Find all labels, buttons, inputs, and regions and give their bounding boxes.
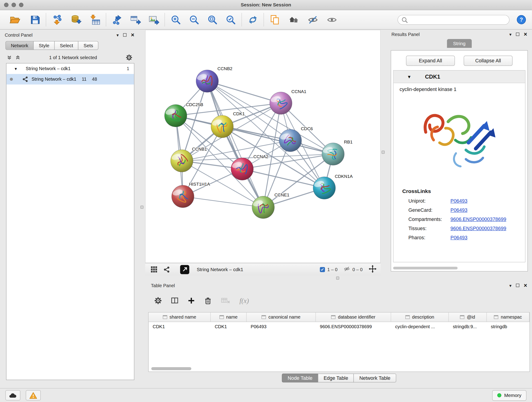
import-table-button[interactable] [87,12,103,27]
show-welcome-screen-button[interactable] [286,12,302,27]
tab-style[interactable]: Style [33,41,55,50]
column-header-shared-name[interactable]: shared name [148,313,210,322]
tab-select[interactable]: Select [55,41,79,50]
expand-all-icon[interactable] [15,55,20,60]
network-canvas[interactable]: CCNB2CCNA1CDC25BCDK1CDC6RB1CCNB1CCNA2CDK… [146,30,380,263]
expand-all-button[interactable]: Expand All [406,56,455,66]
import-network-from-database-button[interactable] [68,12,84,27]
cloud-status-button[interactable] [6,390,20,400]
crosslink-link[interactable]: P06493 [450,207,467,213]
network-node-CCNA2[interactable] [231,158,253,180]
help-button[interactable]: ? [516,15,526,25]
panel-close-icon[interactable]: × [524,32,527,37]
network-node-RB1[interactable] [322,143,344,165]
show-graphics-details-button[interactable] [324,12,340,27]
selected-checkbox-icon[interactable] [320,267,325,272]
network-node-CDK1[interactable] [211,115,234,138]
export-image-button[interactable] [146,12,162,27]
panel-float-icon[interactable] [516,284,519,287]
crosslink-link[interactable]: 9606.ENSP00000378699 [450,217,506,222]
zoom-out-button[interactable] [186,12,202,27]
open-session-button[interactable] [7,12,22,27]
network-edge-CCNB2-CCNA1[interactable] [207,81,281,103]
panel-float-icon[interactable] [516,32,519,36]
network-node-CCNA1[interactable] [270,92,292,114]
import-network-button[interactable] [49,12,65,27]
column-header--id[interactable]: @id [449,313,487,322]
table-horizontal-scrollbar[interactable] [151,367,191,370]
network-edge-CCNB2-CCNE1[interactable] [207,81,263,207]
network-collection-row[interactable]: ▼ String Network – cdk1 1 [6,64,134,74]
gear-icon[interactable] [126,54,132,61]
table-cell[interactable]: 9606.ENSP00000378699 [316,324,391,329]
table-row[interactable]: CDK1CDK1P064939606.ENSP00000378699cyclin… [148,322,530,331]
grid-view-button[interactable] [151,266,157,273]
column-header-database-identifier[interactable]: database identifier [316,313,391,322]
delete-column-trash-icon[interactable] [204,297,212,304]
birdseye-view-button[interactable] [180,265,189,274]
network-node-CDC25B[interactable] [165,104,187,127]
window-close-button[interactable] [4,3,8,7]
results-horizontal-scrollbar[interactable] [393,267,457,269]
show-columns-icon[interactable] [171,297,178,304]
tab-network-table[interactable]: Network Table [354,374,396,382]
panel-close-icon[interactable]: × [131,32,134,38]
memory-button[interactable]: Memory [492,390,526,401]
panel-menu-icon[interactable]: ▾ [509,32,512,36]
function-builder-button[interactable]: f(x) [239,297,249,305]
window-minimize-button[interactable] [12,3,16,7]
network-overview-button[interactable] [164,266,170,273]
collapse-all-icon[interactable] [7,55,12,60]
network-edge-CCNA2-CDKN1A[interactable] [242,169,324,188]
column-header-canonical-name[interactable]: canonical name [247,313,316,322]
panel-menu-icon[interactable]: ▾ [117,33,119,37]
network-edge-HIST1H1A-CCNE1[interactable] [183,196,263,207]
section-collapse-icon[interactable]: ▼ [407,74,412,79]
tab-string[interactable]: String [447,39,472,48]
tab-sets[interactable]: Sets [78,41,99,50]
column-header-description[interactable]: description [391,313,449,322]
add-column-plus-icon[interactable] [188,297,195,304]
splitter-handle-right[interactable] [382,151,385,153]
column-header-name[interactable]: name [210,313,247,322]
table-settings-gear-icon[interactable] [154,297,162,304]
table-cell[interactable]: CDK1 [210,324,247,329]
table-cell[interactable]: stringdb:9... [449,324,487,329]
gene-section-header[interactable]: ▼ CDK1 [393,70,525,83]
network-node-CDKN1A[interactable] [313,177,336,199]
network-node-CCNB2[interactable] [196,70,219,92]
crosslink-link[interactable]: P06493 [450,198,467,204]
network-view[interactable]: CCNB2CCNA1CDC25BCDK1CDC6RB1CCNB1CCNA2CDK… [145,30,380,263]
search-input[interactable] [410,17,506,22]
pan-mode-button[interactable] [369,265,376,274]
panel-float-icon[interactable] [123,33,127,37]
crosslink-link[interactable]: 9606.ENSP00000378699 [450,226,506,231]
collapse-all-button[interactable]: Collapse All [464,56,513,66]
table-cell[interactable]: P06493 [247,324,316,329]
hide-graphics-details-button[interactable] [305,12,321,27]
tab-edge-table[interactable]: Edge Table [318,374,354,382]
table-cell[interactable]: CDK1 [148,324,210,329]
network-node-CCNE1[interactable] [252,196,274,219]
panel-menu-icon[interactable]: ▾ [509,283,512,287]
tree-expanded-icon[interactable]: ▼ [14,67,18,71]
column-header-namespac[interactable]: namespac [487,313,530,322]
save-session-button[interactable] [27,12,43,27]
network-row-selected[interactable]: String Network – cdk1 11 48 [6,74,134,85]
zoom-fit-button[interactable] [205,12,220,27]
panel-close-icon[interactable]: × [524,283,527,288]
network-node-CDC6[interactable] [279,129,302,152]
window-zoom-button[interactable] [19,3,23,7]
copy-style-button[interactable] [267,12,283,27]
table-cell[interactable]: cyclin-dependent ... [391,324,449,329]
search-box[interactable] [398,15,510,25]
zoom-in-button[interactable] [168,12,184,27]
export-table-button[interactable] [128,12,143,27]
zoom-selected-button[interactable] [223,12,239,27]
export-network-button[interactable] [109,12,125,27]
network-node-HIST1H1A[interactable] [172,185,194,208]
warnings-button[interactable] [26,390,41,400]
table-cell[interactable]: stringdb [487,324,530,329]
apply-layout-button[interactable] [245,12,260,27]
splitter-handle-left[interactable] [140,206,143,209]
